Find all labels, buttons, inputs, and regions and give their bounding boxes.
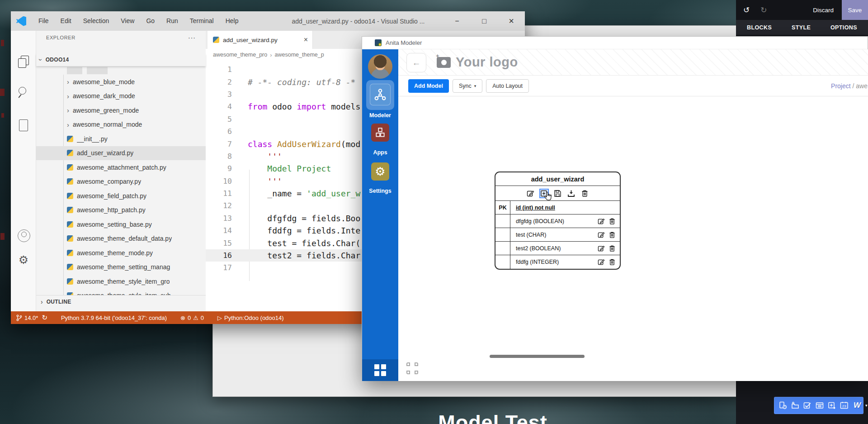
explorer-item[interactable]: ›add_user_wizard.py — [36, 146, 206, 161]
diagram-canvas[interactable]: add_user_wizard PK id (int) not null dfg… — [398, 96, 868, 381]
vscode-titlebar[interactable]: FileEditSelectionViewGoRunTerminalHelp a… — [11, 11, 525, 31]
entity-toolbar — [495, 186, 620, 201]
calendar-lines-icon[interactable] — [816, 401, 824, 410]
explorer-item[interactable]: ›awesome_dark_mode — [36, 89, 206, 104]
delete-icon[interactable] — [609, 218, 616, 225]
edit-icon[interactable] — [598, 218, 605, 225]
workspace-root[interactable]: › ODOO14 — [36, 53, 206, 66]
pk-cell-empty — [495, 214, 510, 228]
menu-edit[interactable]: Edit — [55, 11, 77, 31]
delete-icon[interactable] — [609, 245, 616, 252]
doc-clock-icon[interactable] — [779, 401, 787, 410]
outline-section[interactable]: › OUTLINE — [36, 295, 206, 308]
explorer-item[interactable]: ›awesome_theme_default_data.py — [36, 232, 206, 246]
explorer-icon[interactable] — [17, 56, 30, 68]
save-button[interactable]: Save — [842, 0, 868, 20]
auto-layout-button[interactable]: Auto Layout — [486, 79, 529, 93]
edit-icon[interactable] — [598, 258, 605, 266]
minimize-button[interactable]: − — [443, 11, 471, 31]
sidebar-footer[interactable] — [362, 359, 398, 381]
tab-blocks[interactable]: BLOCKS — [747, 24, 772, 31]
delete-icon[interactable] — [609, 258, 616, 266]
launcher-item[interactable]: ▷ Python:Odoo (odoo14) — [217, 314, 284, 321]
document-icon[interactable] — [17, 119, 30, 132]
tab-options[interactable]: OPTIONS — [830, 24, 857, 31]
modeler-titlebar[interactable]: Anita Modeler — [362, 37, 868, 49]
account-icon[interactable] — [17, 229, 30, 242]
folder-key-icon[interactable] — [791, 401, 799, 410]
menu-file[interactable]: File — [33, 11, 55, 31]
sidebar-item-modeler[interactable] — [370, 84, 391, 105]
git-branch-item[interactable]: 14.0* — [16, 314, 38, 321]
wallpaper-detail — [0, 233, 5, 240]
sidebar-label-apps[interactable]: Apps — [362, 149, 398, 156]
explorer-item[interactable]: ›awesome_theme_mode.py — [36, 246, 206, 260]
explorer-item[interactable]: ›awesome_theme_style_item_sub — [36, 289, 206, 295]
save-icon[interactable] — [554, 190, 561, 197]
edit-icon[interactable] — [598, 245, 605, 252]
edit-icon[interactable] — [527, 190, 534, 197]
sidebar-item-apps[interactable] — [371, 124, 389, 142]
entity-table-add-user-wizard[interactable]: add_user_wizard PK id (int) not null dfg… — [495, 172, 621, 270]
entity-field-row[interactable]: fddfg (INTEGER) — [495, 255, 620, 269]
explorer-item[interactable]: ›awesome_setting_base.py — [36, 217, 206, 232]
delete-icon[interactable] — [581, 190, 589, 197]
tab-style[interactable]: STYLE — [792, 24, 811, 31]
sidebar-label-modeler[interactable]: Modeler — [362, 112, 398, 119]
entity-field-row[interactable]: test2 (BOOLEAN) — [495, 242, 620, 255]
edit-icon[interactable] — [598, 231, 605, 238]
plus-square-icon[interactable] — [828, 401, 836, 410]
file-name: awesome_field_patch.py — [77, 192, 146, 200]
sync-icon[interactable]: ↻ — [42, 314, 47, 322]
menu-go[interactable]: Go — [140, 11, 160, 31]
explorer-item[interactable]: ›awesome_blue_mode — [36, 75, 206, 89]
chevron-down-icon[interactable]: ▾ — [865, 403, 868, 408]
back-button[interactable]: ← — [406, 53, 426, 72]
download-icon[interactable] — [567, 190, 575, 197]
explorer-item[interactable]: ›awesome_theme_style_item_gro — [36, 274, 206, 289]
problems-item[interactable]: ⊗ 0 ⚠ 0 — [180, 314, 204, 321]
explorer-item[interactable]: ›awesome_normal_mode — [36, 118, 206, 132]
explorer-item[interactable]: ›awesome_company.py — [36, 175, 206, 189]
sidebar-item-settings[interactable]: ⚙ — [371, 162, 389, 181]
menu-selection[interactable]: Selection — [77, 11, 115, 31]
calendar-23-icon[interactable]: 23 — [840, 401, 849, 410]
undo-icon[interactable]: ↺ — [743, 5, 750, 15]
entity-field-row[interactable]: test (CHAR) — [495, 228, 620, 242]
explorer-item[interactable]: ›__init__.py — [36, 132, 206, 146]
file-name: awesome_blue_mode — [73, 78, 135, 86]
explorer-item[interactable]: ›awesome_http_patch.py — [36, 203, 206, 218]
search-icon[interactable] — [17, 86, 30, 99]
discard-button[interactable]: Discard — [813, 7, 834, 14]
explorer-item[interactable]: ›awesome_theme_setting_manag — [36, 260, 206, 275]
avatar[interactable] — [368, 54, 392, 79]
fullscreen-icon[interactable] — [406, 362, 418, 374]
pk-row[interactable]: PK id (int) not null — [495, 201, 620, 214]
entity-field-row[interactable]: dfgfdg (BOOLEAN) — [495, 214, 620, 228]
more-actions-icon[interactable]: ··· — [188, 34, 196, 41]
menu-help[interactable]: Help — [220, 11, 245, 31]
sync-button[interactable]: Sync ▾ — [453, 79, 482, 93]
entity-title[interactable]: add_user_wizard — [495, 172, 620, 186]
explorer-item[interactable]: ›awesome_attachment_patch.py — [36, 160, 206, 175]
delete-icon[interactable] — [609, 231, 616, 238]
modeler-breadcrumb[interactable]: Project / awe — [831, 82, 868, 90]
menu-terminal[interactable]: Terminal — [184, 11, 220, 31]
logo-placeholder[interactable]: Your logo — [437, 55, 518, 70]
close-button[interactable]: × — [498, 11, 525, 31]
menu-run[interactable]: Run — [160, 11, 184, 31]
redo-icon[interactable]: ↻ — [760, 5, 767, 15]
explorer-item[interactable]: ›awesome_field_patch.py — [36, 189, 206, 203]
maximize-button[interactable]: □ — [471, 11, 498, 31]
explorer-item[interactable]: ›awesome_green_mode — [36, 103, 206, 118]
tab-add-user-wizard[interactable]: add_user_wizard.py × — [208, 31, 313, 49]
horizontal-scrollbar[interactable] — [490, 355, 585, 358]
checkbox-icon[interactable] — [803, 401, 811, 410]
w-logo[interactable]: W — [854, 401, 861, 410]
menu-view[interactable]: View — [115, 11, 140, 31]
gear-icon[interactable]: ⚙ — [17, 253, 30, 266]
sidebar-label-settings[interactable]: Settings — [362, 188, 398, 194]
python-interpreter[interactable]: Python 3.7.9 64-bit ('odoo14_37': conda) — [61, 314, 167, 321]
close-tab-icon[interactable]: × — [304, 36, 308, 44]
add-model-button[interactable]: Add Model — [408, 79, 449, 93]
